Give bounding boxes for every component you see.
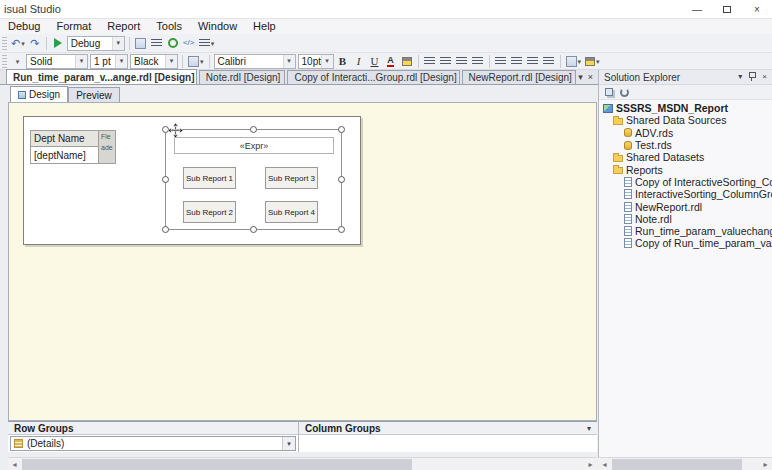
tree-item-adv-rds[interactable]: ADV.rds <box>599 127 772 139</box>
font-family-combo[interactable]: Calibri ▾ <box>214 54 296 69</box>
selection-handle-top-middle[interactable] <box>250 126 257 133</box>
selection-handle-bottom-middle[interactable] <box>250 226 257 233</box>
tree-item-copy-interactivesorting[interactable]: Copy of InteractiveSorting_Column <box>599 176 772 188</box>
menu-window[interactable]: Window <box>190 19 245 34</box>
selected-rectangle-container[interactable]: «Expr» Sub Report 1 Sub Report 2 Sub Rep… <box>165 129 342 230</box>
tree-item-shared-data-sources[interactable]: Shared Data Sources <box>599 114 772 126</box>
subreport-1[interactable]: Sub Report 1 <box>183 167 236 189</box>
start-debugging-button[interactable] <box>50 35 66 51</box>
italic-button[interactable]: I <box>351 53 367 69</box>
solution-configurations-combo[interactable]: Debug ▾ <box>67 36 125 51</box>
tree-item-newreport-rdl[interactable]: NewReport.rdl <box>599 200 772 212</box>
tree-item-run-time-param-valuechange-rdl[interactable]: Run_time_param_valuechange.rdl <box>599 225 772 237</box>
bold-button[interactable]: B <box>335 53 351 69</box>
solution-explorer-scrollbar[interactable]: ◂ ▸ <box>598 457 772 470</box>
view-code-button[interactable]: </> <box>181 35 197 51</box>
font-color-button[interactable]: A <box>383 53 399 69</box>
tree-item-label: Test.rds <box>635 139 672 151</box>
table-clipped-column[interactable]: Fie ade <box>98 130 116 164</box>
doc-tab-note[interactable]: Note.rdl [Design] <box>199 70 286 84</box>
tree-item-shared-datasets[interactable]: Shared Datasets <box>599 151 772 163</box>
underline-button[interactable]: U <box>367 53 383 69</box>
properties-window-button[interactable] <box>133 35 149 51</box>
design-surface[interactable]: Dept Name [deptName] Fie ade «Expr» Sub … <box>8 102 597 421</box>
border-color-combo[interactable]: Black ▾ <box>130 54 178 69</box>
tabstrip-controls: ▾ × <box>578 73 598 84</box>
tree-item-reports[interactable]: Reports <box>599 163 772 175</box>
toolbar-options-button[interactable]: ▾ <box>9 53 25 69</box>
table-header-cell[interactable]: Dept Name <box>30 130 99 147</box>
tree-item-copy-run-time-param[interactable]: Copy of Run_time_param_valuecha <box>599 237 772 249</box>
selection-handle-middle-right[interactable] <box>338 176 345 183</box>
tab-design[interactable]: Design <box>10 86 68 102</box>
fill-color-button[interactable]: ▾ <box>583 53 602 69</box>
border-preset-button[interactable]: ▾ <box>186 53 206 69</box>
navigate-backward-button[interactable]: ↶ ▾ <box>9 35 27 51</box>
subreport-2[interactable]: Sub Report 2 <box>183 201 236 223</box>
scroll-right-button[interactable]: ▸ <box>584 458 597 470</box>
scrollbar-thumb[interactable] <box>612 459 742 470</box>
doc-tab-copy-interactive[interactable]: Copy of Interacti...Group.rdl [Design] <box>287 70 459 84</box>
doc-tab-run-time-param[interactable]: Run_time_param_v...ange.rdl [Design] <box>6 69 197 84</box>
align-right-button[interactable] <box>454 53 470 69</box>
subreport-4[interactable]: Sub Report 4 <box>265 201 318 223</box>
menu-tools[interactable]: Tools <box>148 19 190 34</box>
menu-help[interactable]: Help <box>245 19 284 34</box>
report-body[interactable]: Dept Name [deptName] Fie ade «Expr» Sub … <box>23 116 361 245</box>
task-list-button[interactable]: ▾ <box>197 35 217 51</box>
align-right-icon <box>456 57 467 66</box>
subreport-3[interactable]: Sub Report 3 <box>265 167 318 189</box>
pin-icon[interactable] <box>748 72 756 82</box>
selection-handle-top-right[interactable] <box>338 126 345 133</box>
tab-preview[interactable]: Preview <box>68 87 120 102</box>
navigate-forward-button[interactable]: ↷ <box>27 35 43 51</box>
border-style-combo[interactable]: Solid ▾ <box>26 54 88 69</box>
details-group-item[interactable]: (Details) ▾ <box>10 436 296 451</box>
merge-cells-button[interactable]: ▾ <box>564 53 584 69</box>
close-button[interactable]: × <box>742 0 772 18</box>
align-left-button[interactable] <box>422 53 438 69</box>
close-document-icon[interactable]: × <box>588 73 593 82</box>
window-position-icon[interactable]: ▾ <box>738 73 742 81</box>
row-groups-header: Row Groups <box>8 421 299 435</box>
collapse-all-icon[interactable] <box>605 88 613 96</box>
font-size-combo[interactable]: 10pt ▾ <box>298 54 334 69</box>
design-horizontal-scrollbar[interactable]: ◂ ▸ <box>8 457 597 470</box>
refresh-button[interactable] <box>165 35 181 51</box>
bullet-list-button[interactable] <box>509 53 525 69</box>
details-dropdown-icon[interactable]: ▾ <box>282 437 295 450</box>
expression-textbox[interactable]: «Expr» <box>174 137 334 154</box>
selection-handle-middle-left[interactable] <box>162 176 169 183</box>
solution-explorer-header[interactable]: Solution Explorer ▾ × <box>599 70 772 85</box>
selection-handle-bottom-right[interactable] <box>338 226 345 233</box>
maximize-button[interactable] <box>712 0 742 18</box>
increase-indent-button[interactable] <box>541 53 557 69</box>
minimize-button[interactable]: — <box>682 0 712 18</box>
background-color-button[interactable] <box>399 53 415 69</box>
selection-handle-bottom-left[interactable] <box>162 226 169 233</box>
menu-debug[interactable]: Debug <box>0 19 48 34</box>
border-width-combo[interactable]: 1 pt ▾ <box>90 54 128 69</box>
tree-item-interactivesorting-columngroup[interactable]: InteractiveSorting_ColumnGroup.rc <box>599 188 772 200</box>
toolbox-button[interactable] <box>149 35 165 51</box>
scroll-left-button[interactable]: ◂ <box>8 458 21 470</box>
scroll-right-button[interactable]: ▸ <box>759 458 772 470</box>
decrease-indent-icon <box>527 57 538 66</box>
tree-item-test-rds[interactable]: Test.rds <box>599 139 772 151</box>
menu-report[interactable]: Report <box>99 19 148 34</box>
tree-item-project[interactable]: SSSRS_MSDN_Report <box>599 102 772 114</box>
numbered-list-button[interactable] <box>493 53 509 69</box>
refresh-icon[interactable] <box>620 88 629 97</box>
decrease-indent-button[interactable] <box>525 53 541 69</box>
doc-tab-newreport[interactable]: NewReport.rdl [Design] <box>462 70 577 84</box>
column-groups-chevron-icon[interactable]: ▾ <box>587 424 591 433</box>
align-justify-button[interactable] <box>470 53 486 69</box>
menu-format[interactable]: Format <box>48 19 99 34</box>
table-data-cell[interactable]: [deptName] <box>30 146 99 164</box>
active-files-dropdown-icon[interactable]: ▾ <box>578 73 583 82</box>
scrollbar-thumb[interactable] <box>22 459 412 470</box>
scroll-left-button[interactable]: ◂ <box>598 458 611 470</box>
close-panel-icon[interactable]: × <box>762 73 767 81</box>
align-center-button[interactable] <box>438 53 454 69</box>
tree-item-note-rdl[interactable]: Note.rdl <box>599 213 772 225</box>
